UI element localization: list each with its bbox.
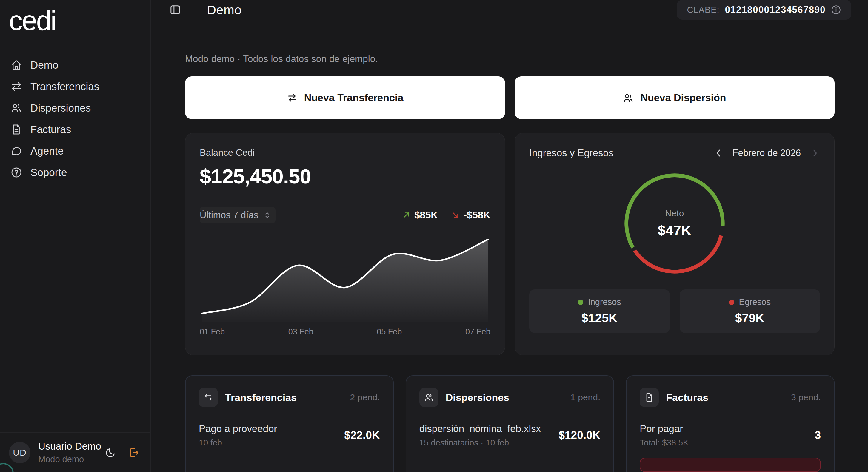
message-circle-icon xyxy=(11,145,22,157)
sidebar-item-label: Agente xyxy=(30,145,64,157)
file-text-icon xyxy=(11,124,22,135)
row-divider xyxy=(420,459,600,460)
brand-logo: cedi xyxy=(0,0,150,37)
row-meta: 10 feb xyxy=(199,438,277,447)
users-icon xyxy=(424,392,434,402)
clabe-label: CLABE: xyxy=(687,5,719,15)
sidebar-item-demo[interactable]: Demo xyxy=(0,54,150,76)
trend-up-icon xyxy=(402,211,411,220)
x-axis-labels: 01 Feb 03 Feb 05 Feb 07 Feb xyxy=(200,327,490,337)
demo-mode-note: Modo demo · Todos los datos son de ejemp… xyxy=(185,54,835,64)
ingresos-label: Ingresos xyxy=(588,297,621,307)
content: Modo demo · Todos los datos son de ejemp… xyxy=(151,20,868,472)
user-name: Usuario Demo xyxy=(38,441,105,452)
users-icon xyxy=(623,93,634,103)
moon-icon[interactable] xyxy=(105,447,116,458)
x-tick: 03 Feb xyxy=(288,327,313,337)
row-value: 3 xyxy=(814,429,821,442)
legend-ingresos: Ingresos $125K xyxy=(529,289,670,333)
transfer-row[interactable]: Pago a proveedor 10 feb $22.0K xyxy=(199,423,380,447)
transferencias-card: Transferencias 2 pend. Pago a proveedor … xyxy=(185,375,394,472)
pending-badge: 1 pend. xyxy=(570,392,600,403)
factura-row[interactable]: Por pagar Total: $38.5K 3 xyxy=(640,423,821,447)
x-tick: 07 Feb xyxy=(465,327,490,337)
arrows-left-right-icon xyxy=(287,93,298,103)
egresos-label: Egresos xyxy=(739,297,771,307)
user-section: UD Usuario Demo Modo demo xyxy=(0,432,150,472)
balance-amount: $125,450.50 xyxy=(200,165,490,188)
sidebar-toggle-icon[interactable] xyxy=(169,4,181,16)
new-transfer-button[interactable]: Nueva Transferencia xyxy=(185,76,505,119)
egresos-dot-icon xyxy=(729,300,734,305)
month-label: Febrero de 2026 xyxy=(733,148,801,158)
sidebar-item-label: Soporte xyxy=(30,166,67,179)
row-name: Por pagar xyxy=(640,423,688,434)
dispersiones-card: Dispersiones 1 pend. dispersión_nómina_f… xyxy=(406,375,614,472)
clabe-value: 012180001234567890 xyxy=(725,4,826,15)
sidebar-nav: Demo Transferencias Dispersiones Factura… xyxy=(0,54,150,432)
month-navigator: Febrero de 2026 xyxy=(713,148,820,158)
card-title: Transferencias xyxy=(225,392,297,403)
facturas-card: Facturas 3 pend. Por pagar Total: $38.5K… xyxy=(626,375,835,472)
x-tick: 01 Feb xyxy=(200,327,225,337)
row-value: $120.0K xyxy=(558,429,600,442)
dispersion-row[interactable]: dispersión_nómina_feb.xlsx 15 destinatar… xyxy=(420,423,600,447)
topbar: Demo CLABE: 012180001234567890 xyxy=(151,0,868,20)
row-name: dispersión_nómina_feb.xlsx xyxy=(420,423,541,434)
pending-badge: 3 pend. xyxy=(791,392,821,403)
icon-box xyxy=(199,388,218,407)
sidebar-item-label: Dispersiones xyxy=(30,102,91,114)
sidebar-item-label: Facturas xyxy=(30,124,71,135)
donut-center-value: $47K xyxy=(658,222,691,239)
egresos-value: $79K xyxy=(735,311,765,325)
donut-center-label: Neto xyxy=(665,209,684,218)
file-text-icon xyxy=(645,392,654,402)
outflow-value: -$58K xyxy=(464,210,490,221)
donut-center: Neto $47K xyxy=(529,171,820,276)
inflow-value: $85K xyxy=(414,210,438,221)
arrows-left-right-icon xyxy=(204,392,213,402)
row-meta: Total: $38.5K xyxy=(640,438,688,447)
icon-box xyxy=(420,388,438,407)
sidebar-item-facturas[interactable]: Facturas xyxy=(0,119,150,140)
range-select[interactable]: Últimos 7 días xyxy=(200,207,276,223)
sidebar: cedi Demo Transferencias Dispersiones Fa… xyxy=(0,0,151,472)
ingresos-value: $125K xyxy=(582,311,618,325)
x-tick: 05 Feb xyxy=(377,327,402,337)
flows-card: Ingresos y Egresos Febrero de 2026 Neto xyxy=(515,133,835,355)
trend-down-icon xyxy=(451,211,460,220)
sidebar-item-transferencias[interactable]: Transferencias xyxy=(0,76,150,97)
new-dispersion-button[interactable]: Nueva Dispersión xyxy=(515,76,835,119)
info-icon[interactable] xyxy=(831,5,841,15)
sidebar-item-soporte[interactable]: Soporte xyxy=(0,162,150,183)
chevron-right-icon[interactable] xyxy=(810,148,820,158)
balance-card: Balance Cedi $125,450.50 Últimos 7 días … xyxy=(185,133,505,355)
inflow-stat: $85K xyxy=(402,210,438,221)
logout-icon[interactable] xyxy=(128,447,140,458)
legend-egresos: Egresos $79K xyxy=(680,289,820,333)
avatar: UD xyxy=(9,442,30,463)
sidebar-item-agente[interactable]: Agente xyxy=(0,140,150,162)
sidebar-item-label: Demo xyxy=(30,59,58,71)
range-label: Últimos 7 días xyxy=(200,210,258,220)
balance-area-chart xyxy=(200,232,490,322)
arrows-left-right-icon xyxy=(11,81,22,92)
donut-chart: Neto $47K xyxy=(529,171,820,276)
home-icon xyxy=(11,59,22,71)
row-value: $22.0K xyxy=(344,429,380,442)
users-icon xyxy=(11,102,22,114)
chevron-left-icon[interactable] xyxy=(713,148,723,158)
flows-title: Ingresos y Egresos xyxy=(529,147,613,159)
outflow-stat: -$58K xyxy=(451,210,490,221)
card-title: Dispersiones xyxy=(446,392,509,403)
topbar-divider xyxy=(194,4,194,16)
help-circle-icon xyxy=(11,167,22,178)
ingresos-dot-icon xyxy=(578,300,583,305)
new-transfer-label: Nueva Transferencia xyxy=(304,92,404,103)
pending-badge: 2 pend. xyxy=(350,392,380,403)
chevrons-up-down-icon xyxy=(263,211,271,219)
pay-alert-stub[interactable] xyxy=(640,458,821,472)
page-title: Demo xyxy=(207,3,242,17)
sidebar-item-label: Transferencias xyxy=(30,81,99,93)
sidebar-item-dispersiones[interactable]: Dispersiones xyxy=(0,97,150,119)
